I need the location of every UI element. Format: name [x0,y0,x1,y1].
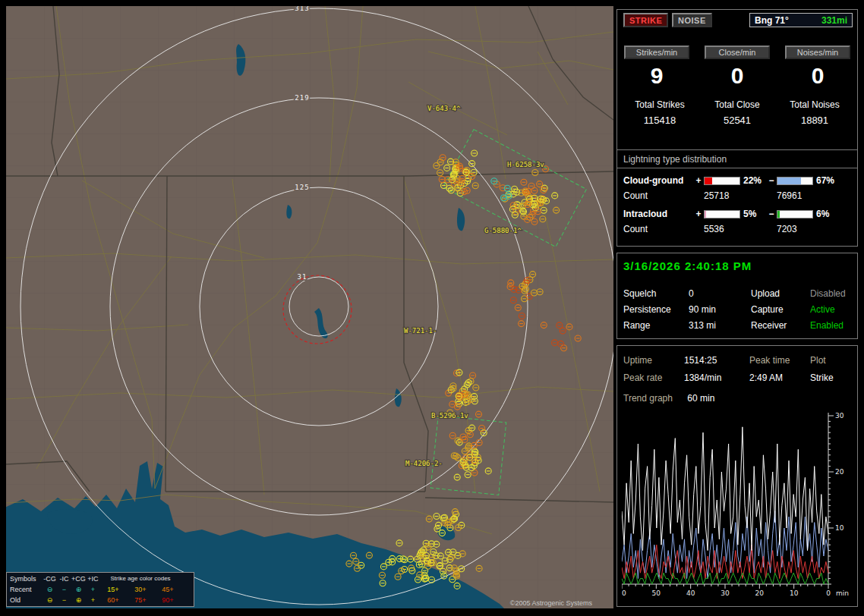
negative-bar [777,210,813,218]
trend-graph-label: Trend graph [623,393,673,404]
count-row: Count2571876961 [617,190,857,201]
total-value: 52541 [701,115,774,126]
count-row: Count55367203 [617,224,857,234]
distribution-title: Lightning type distribution [623,154,727,165]
setting-label: Capture [751,304,810,315]
setting-label: Range [623,320,689,331]
plus-sign: + [693,175,704,186]
total-value: 115418 [623,115,696,126]
legend-cell: ⊖ [42,595,58,605]
legend-cell: Old [8,595,42,605]
bearing-display: Bng 71° 331mi [749,13,853,27]
count-label: Count [623,224,704,234]
x-axis-unit: min [836,589,849,597]
setting-value: 0 [689,288,751,299]
peak-time-label: Peak time [749,355,810,366]
rate-button-noises-min[interactable]: Noises/min [785,46,850,59]
total-column: Total Noises18891 [778,99,851,126]
legend-cell: -CG [42,574,58,584]
legend-cell: 15+ [99,584,127,595]
totals-row: Total Strikes115418Total Close52541Total… [617,99,857,126]
map-area[interactable]: 31321912531 V-643-4^H-6258-3vG-5880-1^W-… [6,6,613,608]
setting-status: Disabled [810,288,846,299]
status-panel: 3/16/2026 2:40:18 PM Squelch0UploadDisab… [616,253,858,339]
trend-panel: Uptime1514:25Peak timePlotPeak rate1384/… [616,345,858,607]
settings-row: Persistence90 minCaptureActive [617,304,857,315]
range-ring-label: 313 [295,6,309,12]
uptime-value: 1514:25 [684,355,749,366]
distribution-rows: Cloud-ground+22%−67%Count2571876961Intra… [617,169,857,242]
setting-label: Upload [751,288,810,299]
settings-row: Squelch0UploadDisabled [617,288,857,299]
app-window: 31321912531 V-643-4^H-6258-3vG-5880-1^W-… [0,0,864,616]
copyright: ©2005 Astrogenic Systems [510,599,592,607]
setting-label: Persistence [623,304,689,315]
positive-percent: 5% [740,209,766,219]
distribution-row: Intracloud+5%−6% [617,209,857,219]
rate-button-strikes-min[interactable]: Strikes/min [624,46,689,59]
plus-sign: + [693,209,704,219]
trend-window: 60 min [687,393,714,404]
legend-cell: Recent [8,584,42,595]
y-tick-label: 10 [835,524,844,532]
rate-column: Noises/min0 [784,45,851,89]
distribution-label: Cloud-ground [623,175,693,186]
total-label: Total Strikes [623,99,696,110]
rate-value: 0 [784,63,851,89]
legend-cell: Symbols [8,574,42,584]
bearing-value: Bng 71° [755,15,789,26]
legend-cell: 45+ [154,584,181,595]
noise-button[interactable]: NOISE [672,13,712,27]
negative-bar-fill [777,211,780,218]
divider [617,168,857,168]
bearing-distance: 331mi [821,15,847,26]
x-tick-label: 10 [790,589,799,597]
legend-cell: 75+ [127,595,154,605]
x-tick-label: 0 [826,589,831,597]
settings-row: Range313 miReceiverEnabled [617,320,857,331]
peak-rate-value: 1384/min [684,372,749,383]
legend-cell: + [87,595,99,605]
legend-cell: 60+ [99,595,127,605]
legend-cell: ⊖ [42,584,58,595]
rate-button-close-min[interactable]: Close/min [705,46,770,59]
distribution-row: Cloud-ground+22%−67% [617,175,857,186]
setting-value: 90 min [689,304,751,315]
uptime-label: Uptime [623,355,684,366]
setting-label: Receiver [751,320,810,331]
settings-grid: Squelch0UploadDisabledPersistence90 minC… [617,288,857,331]
legend-cell: 30+ [127,584,154,595]
lightning-map[interactable]: 31321912531 V-643-4^H-6258-3vG-5880-1^W-… [6,6,613,608]
distribution-label: Intracloud [623,209,693,219]
map-legend: Symbols-CG-IC+CG+ICStrike age color code… [6,572,194,607]
storm-cell-label: H-6258-3v [507,161,544,168]
negative-count: 76961 [777,190,850,201]
total-label: Total Noises [778,99,851,110]
legend-cell: − [58,584,71,595]
range-ring-label: 31 [298,273,307,281]
negative-percent: 6% [813,209,839,219]
negative-percent: 67% [813,175,839,186]
x-tick-label: 30 [721,589,730,597]
negative-count: 7203 [777,224,850,234]
trend-series-total-strikes [622,427,828,551]
storm-cell-label: W-721-1- [404,327,437,335]
legend-cell: -IC [58,574,71,584]
rate-value: 9 [623,63,690,89]
divider [617,149,857,150]
strike-button[interactable]: STRIKE [623,13,668,27]
negative-bar [777,177,813,185]
x-tick-label: 40 [686,589,695,597]
rate-column: Strikes/min9 [623,45,690,89]
rate-column: Close/min0 [704,45,771,89]
y-tick-label: 20 [835,468,844,476]
legend-cell: +CG [71,574,87,584]
total-value: 18891 [778,115,851,126]
minus-sign: − [766,175,777,186]
storm-cell-label: V-643-4^ [427,105,461,112]
x-tick-label: 20 [755,589,765,597]
setting-status: Active [810,304,835,315]
positive-bar [704,210,740,218]
total-column: Total Close52541 [701,99,774,126]
rate-value: 0 [704,63,771,89]
